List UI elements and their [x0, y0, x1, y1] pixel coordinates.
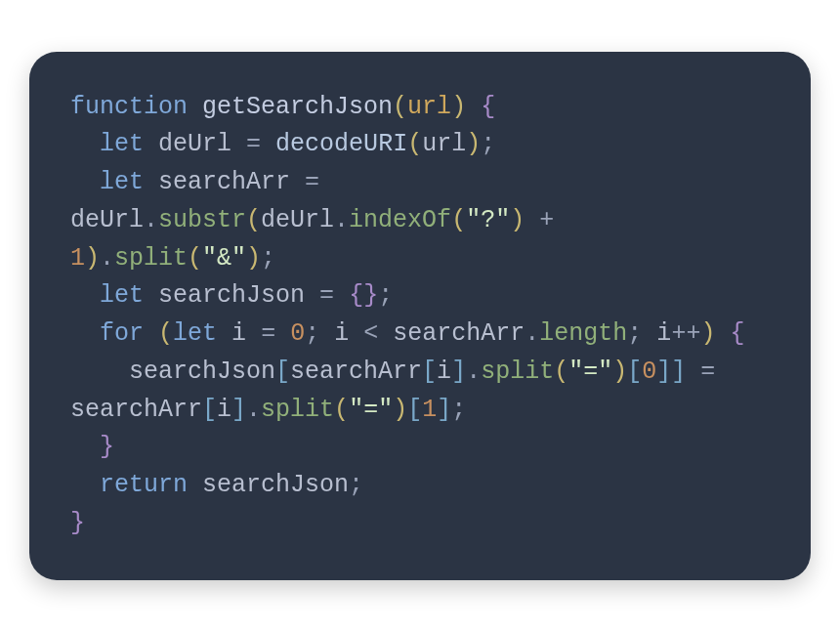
paren: )	[85, 244, 100, 273]
paren: (	[158, 319, 173, 348]
var-deurl: deUrl	[158, 130, 231, 158]
method-indexof: indexOf	[349, 206, 451, 234]
brace: }	[363, 281, 378, 310]
keyword-for: for	[100, 319, 144, 348]
var-searchjson: searchJson	[129, 358, 275, 386]
dot: .	[144, 206, 158, 234]
op-eq: =	[305, 168, 319, 196]
paren: (	[407, 130, 422, 158]
fn-decodeuri: decodeURI	[275, 130, 407, 158]
semicolon: ;	[451, 396, 466, 424]
op-incr: ++	[671, 319, 700, 348]
bracket: ]	[437, 396, 451, 424]
dot: .	[466, 358, 481, 386]
bracket: ]	[671, 358, 686, 386]
code-snippet-container: function getSearchJson(url) { let deUrl …	[29, 52, 811, 580]
keyword-let: let	[100, 281, 144, 310]
op-plus: +	[539, 206, 554, 234]
keyword-let: let	[100, 168, 144, 196]
semicolon: ;	[627, 319, 642, 348]
dot: .	[525, 319, 539, 348]
number-one: 1	[70, 244, 85, 273]
var-searcharr: searchArr	[158, 168, 290, 196]
var-deurl: deUrl	[70, 206, 144, 234]
code-content: function getSearchJson(url) { let deUrl …	[70, 89, 770, 543]
bracket: [	[275, 358, 290, 386]
string-eq: "="	[568, 358, 612, 386]
prop-length: length	[539, 319, 627, 348]
keyword-let: let	[100, 130, 144, 158]
paren: )	[510, 206, 525, 234]
var-searcharr: searchArr	[70, 396, 202, 424]
brace: {	[481, 93, 495, 121]
keyword-let: let	[173, 319, 217, 348]
method-split: split	[114, 244, 188, 273]
param-url: url	[407, 93, 451, 121]
method-split: split	[261, 396, 334, 424]
paren: (	[188, 244, 202, 273]
dot: .	[334, 206, 349, 234]
var-i: i	[231, 319, 246, 348]
paren: )	[451, 93, 466, 121]
method-substr: substr	[158, 206, 246, 234]
bracket: [	[407, 396, 422, 424]
bracket: [	[202, 396, 217, 424]
brace: {	[730, 319, 744, 348]
semicolon: ;	[349, 471, 363, 499]
brace: }	[70, 509, 85, 537]
bracket: [	[422, 358, 437, 386]
brace: {	[349, 281, 363, 310]
paren: (	[451, 206, 466, 234]
paren: (	[393, 93, 407, 121]
paren: )	[246, 244, 261, 273]
string-qmark: "?"	[466, 206, 510, 234]
op-lt: <	[363, 319, 378, 348]
bracket: ]	[451, 358, 466, 386]
paren: (	[246, 206, 261, 234]
keyword-return: return	[100, 471, 188, 499]
semicolon: ;	[378, 281, 393, 310]
number-zero: 0	[642, 358, 656, 386]
string-eq: "="	[349, 396, 393, 424]
dot: .	[246, 396, 261, 424]
semicolon: ;	[305, 319, 319, 348]
paren: )	[612, 358, 627, 386]
paren: )	[393, 396, 407, 424]
var-searcharr: searchArr	[290, 358, 422, 386]
var-i: i	[217, 396, 231, 424]
bracket: [	[627, 358, 642, 386]
dot: .	[100, 244, 114, 273]
var-i: i	[334, 319, 349, 348]
semicolon: ;	[481, 130, 495, 158]
var-deurl: deUrl	[261, 206, 334, 234]
paren: )	[466, 130, 481, 158]
paren: (	[334, 396, 349, 424]
function-name: getSearchJson	[202, 93, 393, 121]
semicolon: ;	[261, 244, 275, 273]
number-one: 1	[422, 396, 437, 424]
bracket: ]	[231, 396, 246, 424]
var-url: url	[422, 130, 466, 158]
var-searchjson: searchJson	[202, 471, 349, 499]
op-eq: =	[246, 130, 261, 158]
method-split: split	[481, 358, 554, 386]
number-zero: 0	[290, 319, 305, 348]
paren: (	[554, 358, 568, 386]
var-i: i	[656, 319, 671, 348]
op-eq: =	[261, 319, 275, 348]
bracket: ]	[656, 358, 671, 386]
op-eq: =	[700, 358, 715, 386]
keyword-function: function	[70, 93, 188, 121]
var-i: i	[437, 358, 451, 386]
var-searchjson: searchJson	[158, 281, 305, 310]
paren: )	[700, 319, 715, 348]
brace: }	[100, 433, 114, 461]
string-amp: "&"	[202, 244, 246, 273]
op-eq: =	[319, 281, 334, 310]
var-searcharr: searchArr	[393, 319, 525, 348]
